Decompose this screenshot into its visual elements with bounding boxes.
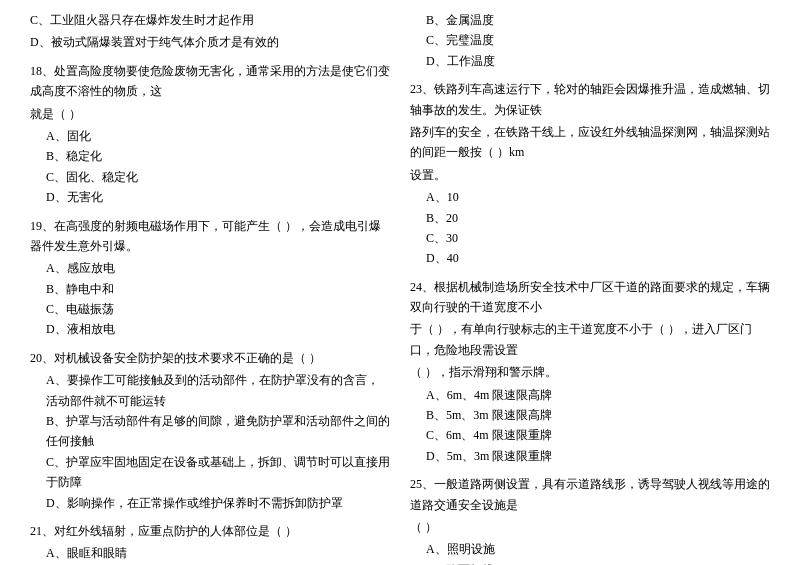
q24-block: 24、根据机械制造场所安全技术中厂区干道的路面要求的规定，车辆双向行驶的干道宽度… bbox=[410, 277, 770, 467]
q22-cont-opt-c: C、完璧温度 bbox=[410, 30, 770, 50]
q25-opt-b: B、路面标线 bbox=[410, 560, 770, 565]
q19-opt-a: A、感应放电 bbox=[30, 258, 390, 278]
page-container: C、工业阻火器只存在爆炸发生时才起作用 D、被动式隔爆装置对于纯气体介质才是有效… bbox=[30, 10, 770, 565]
q20-opt-b: B、护罩与活动部件有足够的间隙，避免防护罩和活动部件之间的任何接触 bbox=[30, 411, 390, 452]
q23-block: 23、铁路列车高速运行下，轮对的轴距会因爆推升温，造成燃轴、切轴事故的发生。为保… bbox=[410, 79, 770, 269]
q21-block: 21、对红外线辐射，应重点防护的人体部位是（ ） A、眼眶和眼睛 B、颈部和眼睛… bbox=[30, 521, 390, 565]
q24-opt-a: A、6m、4m 限速限高牌 bbox=[410, 385, 770, 405]
q18-opt-a: A、固化 bbox=[30, 126, 390, 146]
q18-opt-c: C、固化、稳定化 bbox=[30, 167, 390, 187]
right-column: B、金属温度 C、完璧温度 D、工作温度 23、铁路列车高速运行下，轮对的轴距会… bbox=[410, 10, 770, 565]
q18-opt-d: D、无害化 bbox=[30, 187, 390, 207]
q25-opt-a: A、照明设施 bbox=[410, 539, 770, 559]
q24-line2: 于（ ），有单向行驶标志的主干道宽度不小于（ ），进入厂区门口，危险地段需设置 bbox=[410, 319, 770, 360]
q19-line1: 19、在高强度的射频电磁场作用下，可能产生（ ），会造成电引爆器件发生意外引爆。 bbox=[30, 216, 390, 257]
q23-opt-a: A、10 bbox=[410, 187, 770, 207]
q24-line1: 24、根据机械制造场所安全技术中厂区干道的路面要求的规定，车辆双向行驶的干道宽度… bbox=[410, 277, 770, 318]
q22-cont-opt-b: B、金属温度 bbox=[410, 10, 770, 30]
q19-opt-c: C、电磁振荡 bbox=[30, 299, 390, 319]
q24-opt-b: B、5m、3m 限速限高牌 bbox=[410, 405, 770, 425]
content-columns: C、工业阻火器只存在爆炸发生时才起作用 D、被动式隔爆装置对于纯气体介质才是有效… bbox=[30, 10, 770, 565]
q25-line2: （ ） bbox=[410, 517, 770, 537]
q20-opt-d: D、影响操作，在正常操作或维护保养时不需拆卸防护罩 bbox=[30, 493, 390, 513]
q24-opt-d: D、5m、3m 限速限重牌 bbox=[410, 446, 770, 466]
q19-opt-b: B、静电中和 bbox=[30, 279, 390, 299]
q23-line3: 设置。 bbox=[410, 165, 770, 185]
q18-opt-b: B、稳定化 bbox=[30, 146, 390, 166]
q20-block: 20、对机械设备安全防护架的技术要求不正确的是（ ） A、要操作工可能接触及到的… bbox=[30, 348, 390, 513]
q-c-tool-line1: C、工业阻火器只存在爆炸发生时才起作用 bbox=[30, 10, 390, 30]
q20-opt-c: C、护罩应牢固地固定在设备或基础上，拆卸、调节时可以直接用于防障 bbox=[30, 452, 390, 493]
q20-line1: 20、对机械设备安全防护架的技术要求不正确的是（ ） bbox=[30, 348, 390, 368]
q23-opt-c: C、30 bbox=[410, 228, 770, 248]
q18-line1: 18、处置高险度物要使危险废物无害化，通常采用的方法是使它们变成高度不溶性的物质… bbox=[30, 61, 390, 102]
q23-opt-d: D、40 bbox=[410, 248, 770, 268]
q20-opt-a: A、要操作工可能接触及到的活动部件，在防护罩没有的含言，活动部件就不可能运转 bbox=[30, 370, 390, 411]
q24-line3: （ ），指示滑翔和警示牌。 bbox=[410, 362, 770, 382]
q21-line1: 21、对红外线辐射，应重点防护的人体部位是（ ） bbox=[30, 521, 390, 541]
q22-cont-block: B、金属温度 C、完璧温度 D、工作温度 bbox=[410, 10, 770, 71]
q23-line2: 路列车的安全，在铁路干线上，应设红外线轴温探测网，轴温探测站的间距一般按（ ）k… bbox=[410, 122, 770, 163]
q22-cont-opt-d: D、工作温度 bbox=[410, 51, 770, 71]
q18-line2: 就是（ ） bbox=[30, 104, 390, 124]
q25-block: 25、一般道路两侧设置，具有示道路线形，诱导驾驶人视线等用途的道路交通安全设施是… bbox=[410, 474, 770, 565]
q19-block: 19、在高强度的射频电磁场作用下，可能产生（ ），会造成电引爆器件发生意外引爆。… bbox=[30, 216, 390, 340]
q21-opt-a: A、眼眶和眼睛 bbox=[30, 543, 390, 563]
q23-line1: 23、铁路列车高速运行下，轮对的轴距会因爆推升温，造成燃轴、切轴事故的发生。为保… bbox=[410, 79, 770, 120]
q24-opt-c: C、6m、4m 限速限重牌 bbox=[410, 425, 770, 445]
q18-block: 18、处置高险度物要使危险废物无害化，通常采用的方法是使它们变成高度不溶性的物质… bbox=[30, 61, 390, 208]
left-column: C、工业阻火器只存在爆炸发生时才起作用 D、被动式隔爆装置对于纯气体介质才是有效… bbox=[30, 10, 390, 565]
q23-opt-b: B、20 bbox=[410, 208, 770, 228]
q-c-tool-line2: D、被动式隔爆装置对于纯气体介质才是有效的 bbox=[30, 32, 390, 52]
q19-opt-d: D、液相放电 bbox=[30, 319, 390, 339]
q25-line1: 25、一般道路两侧设置，具有示道路线形，诱导驾驶人视线等用途的道路交通安全设施是 bbox=[410, 474, 770, 515]
q-c-tool: C、工业阻火器只存在爆炸发生时才起作用 D、被动式隔爆装置对于纯气体介质才是有效… bbox=[30, 10, 390, 53]
